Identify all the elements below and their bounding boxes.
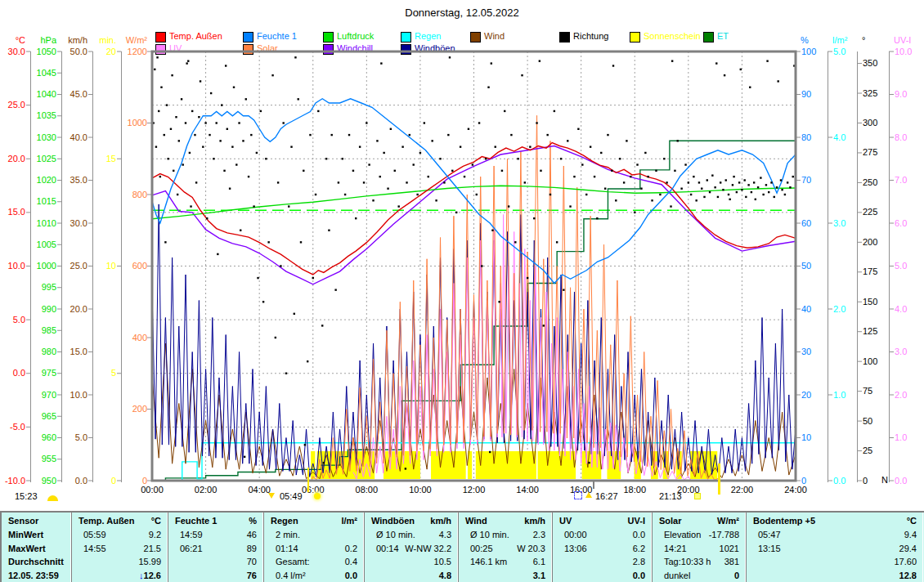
direction-dot [338,181,339,183]
direction-dot [238,122,240,123]
direction-dot [604,188,606,190]
table-column-uv: UVUV-I00:000.013:066.22.80.0 [553,513,653,582]
direction-dot [424,122,425,123]
direction-dot [171,74,173,76]
direction-dot [303,170,304,172]
table-column-sensor: SensorMinWertMaxWertDurchschnitt12.05. 2… [2,513,72,582]
direction-dot [277,181,279,183]
direction-dot [745,196,747,198]
direction-dot [267,241,269,243]
direction-dot [577,128,579,130]
direction-dot [394,170,396,172]
direction-dot [227,128,228,130]
table-column-feuchte-1: Feuchte 1%14:594606:21897076 [168,513,264,582]
table-cell-label: 14:59 [180,529,203,541]
table-cell-value: 4.8 [439,570,451,582]
direction-dot [489,451,491,453]
table-cell-label: 01:14 [276,543,298,555]
direction-dot [257,277,258,279]
direction-dot [164,134,165,136]
direction-dot [204,122,206,123]
direction-dot [189,152,191,154]
direction-dot [256,152,258,154]
table-cell-value: 46 [247,529,257,541]
direction-dot [789,186,791,188]
direction-dot [304,444,306,445]
table-cell-value: 76 [247,570,257,582]
table-cell-value: 6.1 [533,556,545,568]
table-cell-label: 00:00 [564,529,587,541]
table-cell-value: 2.3 [533,529,545,541]
table-cell-label: MinWert [8,529,43,541]
sunset-line [718,463,720,495]
direction-dot [600,152,602,154]
direction-dot [751,191,752,193]
direction-dot [298,98,299,100]
direction-dot [540,170,541,172]
direction-dot [455,212,457,213]
direction-dot [409,134,410,136]
direction-dot [198,116,200,118]
direction-dot [596,217,598,219]
direction-dot [233,87,235,88]
direction-dot [684,163,686,165]
direction-dot [178,140,180,141]
direction-dot [219,140,221,141]
direction-dot [501,170,503,172]
direction-dot [760,177,761,178]
direction-dot [312,277,314,279]
direction-dot [200,80,201,82]
direction-dot [221,104,222,105]
direction-dot [390,128,392,130]
sunrise-line [307,468,309,492]
direction-dot [563,289,564,290]
table-cell-label: 12.05. 23:59 [8,570,59,582]
direction-dot [556,241,558,243]
table-cell-value: 2.8 [633,556,645,568]
direction-dot [379,176,381,177]
direction-dot [612,65,614,66]
direction-dot [487,87,489,88]
statistics-table: SensorMinWertMaxWertDurchschnitt12.05. 2… [0,511,924,582]
direction-dot [383,152,384,154]
table-column-regen: Regenl/m²2 min.01:140.2Gesamt:0.40.4 l/m… [264,513,365,582]
direction-dot [443,181,445,183]
direction-dot [757,186,759,188]
direction-dot [348,134,350,136]
direction-dot [328,230,330,231]
direction-dot [449,56,451,58]
table-header-unit: °C [907,515,917,527]
sunshine-bar [431,451,466,479]
table-column-windb-en: Windböenkm/hØ 10 min.4.300:14W-NW 32.210… [365,513,459,582]
direction-dot [514,241,516,243]
direction-dot [209,134,210,136]
direction-dot [720,181,721,183]
direction-dot [585,194,587,195]
table-cell-value: 0.0 [633,570,645,582]
direction-dot [363,181,365,183]
direction-dot [158,110,159,112]
direction-dot [355,217,357,219]
table-cell-value: 12.8 [899,570,917,582]
direction-dot [581,163,583,165]
direction-dot [240,230,241,231]
direction-dot [554,110,555,112]
table-column-temp-au-en: Temp. Außen°C05:599.214:5521.515.99↓12.6 [72,513,168,582]
direction-dot [768,191,769,193]
direction-dot [235,163,237,165]
table-cell-label: Durchschnitt [8,556,64,568]
direction-dot [185,122,186,123]
table-header-unit: UV-I [628,515,645,527]
direction-dot [387,188,388,190]
table-column-solar: SolarW/m²Elevation-17.78814:211021Tag:10… [653,513,747,582]
direction-dot [359,146,361,147]
table-cell-label: dunkel [664,570,690,582]
table-header: Wind [465,515,487,527]
direction-dot [663,158,665,159]
direction-dot [674,170,675,172]
direction-dot [156,56,158,58]
direction-dot [527,277,528,279]
direction-dot [560,158,562,159]
table-cell-value: 17.60 [894,556,917,568]
moon-icon [47,495,58,501]
